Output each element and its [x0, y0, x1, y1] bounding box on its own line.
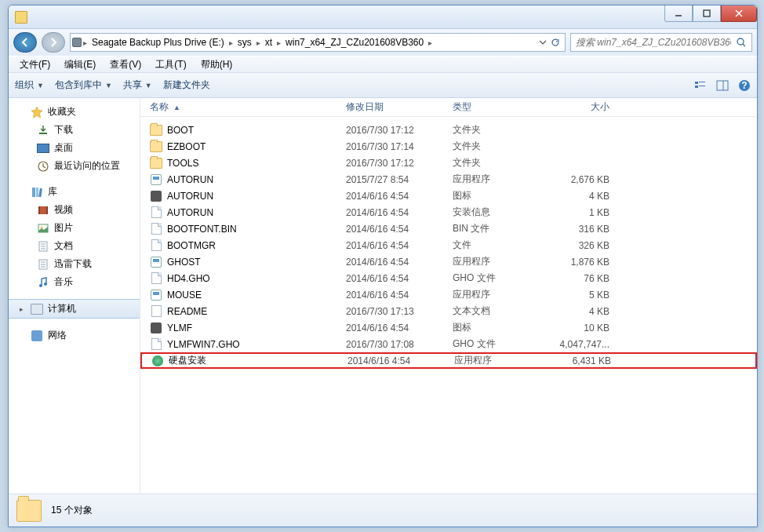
search-icon[interactable] — [736, 37, 747, 48]
file-type: 图标 — [453, 189, 539, 202]
file-row[interactable]: EZBOOT 2016/7/30 17:14 文件夹 — [140, 138, 757, 155]
view-options-icon[interactable] — [694, 79, 707, 92]
column-headers: 名称▲ 修改日期 类型 大小 — [140, 98, 757, 117]
sidebar-item[interactable]: 图片 — [9, 219, 140, 237]
file-row[interactable]: YLMFWIN7.GHO 2016/7/30 17:08 GHO 文件 4,04… — [140, 336, 757, 352]
folder-icon — [15, 11, 27, 24]
sidebar-item[interactable]: 音乐 — [9, 273, 140, 291]
chevron-down-icon[interactable] — [538, 38, 548, 47]
file-size: 1 KB — [539, 207, 625, 218]
breadcrumb-seg[interactable]: xt — [262, 37, 275, 48]
file-row[interactable]: GHOST 2014/6/16 4:54 应用程序 1,876 KB — [140, 253, 757, 270]
file-row[interactable]: BOOTFONT.BIN 2014/6/16 4:54 BIN 文件 316 K… — [140, 220, 757, 237]
chevron-down-icon: ▼ — [37, 82, 44, 89]
column-name[interactable]: 名称▲ — [150, 100, 346, 114]
file-date: 2014/6/16 4:54 — [346, 257, 453, 268]
chevron-down-icon: ▼ — [105, 82, 112, 89]
back-button[interactable] — [13, 32, 37, 53]
sidebar-item-label: 图片 — [54, 221, 73, 235]
address-bar[interactable]: ▸ Seagate Backup Plus Drive (E:) ▸ sys ▸… — [70, 33, 566, 52]
include-button[interactable]: 包含到库中▼ — [55, 78, 112, 92]
doc-icon — [37, 258, 49, 271]
svg-line-5 — [743, 44, 745, 46]
organize-button[interactable]: 组织▼ — [15, 78, 44, 92]
sidebar-computer[interactable]: ▸ 计算机 — [9, 299, 140, 319]
file-row[interactable]: 硬盘安装 2014/6/16 4:54 应用程序 6,431 KB — [140, 352, 757, 369]
column-date[interactable]: 修改日期 — [346, 100, 453, 114]
sidebar-item[interactable]: 桌面 — [9, 139, 140, 157]
preview-pane-icon[interactable] — [716, 79, 729, 92]
file-name: MOUSE — [167, 290, 202, 301]
close-button[interactable] — [721, 5, 757, 22]
titlebar[interactable] — [9, 5, 757, 29]
file-date: 2014/6/16 4:54 — [346, 273, 453, 284]
column-label: 类型 — [453, 101, 471, 112]
drive-icon — [72, 38, 82, 47]
breadcrumb-seg[interactable]: Seagate Backup Plus Drive (E:) — [89, 37, 227, 48]
search-box[interactable] — [570, 33, 752, 52]
file-name: YLMFWIN7.GHO — [167, 339, 240, 350]
sidebar-favorites-header[interactable]: 收藏夹 — [9, 103, 140, 121]
file-size: 316 KB — [539, 224, 625, 235]
file-row[interactable]: AUTORUN 2015/7/27 8:54 应用程序 2,676 KB — [140, 171, 757, 188]
breadcrumb-seg[interactable]: sys — [235, 37, 255, 48]
sidebar-network[interactable]: 网络 — [9, 326, 140, 344]
vid-icon — [37, 204, 49, 217]
file-row[interactable]: YLMF 2014/6/16 4:54 图标 10 KB — [140, 319, 757, 336]
toolbar-label: 组织 — [15, 78, 34, 92]
menu-file[interactable]: 文件(F) — [13, 56, 56, 73]
star-icon — [31, 106, 43, 118]
file-icon — [150, 338, 162, 351]
file-row[interactable]: README 2016/7/30 17:13 文本文档 4 KB — [140, 303, 757, 319]
explorer-window: ▸ Seagate Backup Plus Drive (E:) ▸ sys ▸… — [8, 5, 758, 527]
minimize-button[interactable] — [664, 5, 693, 22]
file-row[interactable]: BOOT 2016/7/30 17:12 文件夹 — [140, 122, 757, 138]
mus-icon — [37, 276, 49, 289]
file-row[interactable]: MOUSE 2014/6/16 4:54 应用程序 5 KB — [140, 286, 757, 303]
sidebar-item-label: 下载 — [54, 123, 73, 137]
file-name: BOOTFONT.BIN — [167, 224, 237, 235]
dl-icon — [37, 124, 49, 137]
file-size: 2,676 KB — [539, 174, 625, 185]
search-input[interactable] — [576, 37, 731, 48]
sidebar-item-label: 最近访问的位置 — [54, 159, 120, 173]
sidebar-libraries-header[interactable]: 库 — [9, 183, 140, 201]
refresh-icon[interactable] — [551, 38, 560, 47]
column-label: 大小 — [591, 101, 609, 112]
sidebar-item-label: 迅雷下载 — [54, 257, 92, 271]
file-size: 326 KB — [539, 240, 625, 251]
file-type: 安装信息 — [453, 206, 539, 219]
file-name: EZBOOT — [167, 141, 206, 152]
sidebar-item[interactable]: 文档 — [9, 237, 140, 255]
menu-view[interactable]: 查看(V) — [104, 56, 147, 73]
file-icon — [150, 239, 162, 252]
file-date: 2016/7/30 17:08 — [346, 339, 453, 350]
sidebar-item[interactable]: 最近访问的位置 — [9, 157, 140, 175]
column-type[interactable]: 类型 — [453, 100, 539, 114]
sidebar-item[interactable]: 视频 — [9, 201, 140, 219]
breadcrumb-seg[interactable]: win7_x64_ZJ_CZu201608VB360 — [282, 37, 427, 48]
menu-help[interactable]: 帮助(H) — [195, 56, 239, 73]
file-row[interactable]: AUTORUN 2014/6/16 4:54 安装信息 1 KB — [140, 204, 757, 220]
menu-tools[interactable]: 工具(T) — [149, 56, 192, 73]
file-date: 2016/7/30 17:12 — [346, 158, 453, 169]
doc-icon — [37, 240, 49, 253]
sidebar-item[interactable]: 下载 — [9, 121, 140, 139]
file-row[interactable]: TOOLS 2016/7/30 17:12 文件夹 — [140, 155, 757, 171]
chevron-right-icon: ▸ — [82, 38, 89, 47]
help-icon[interactable]: ? — [738, 79, 751, 92]
forward-button[interactable] — [42, 32, 65, 53]
file-row[interactable]: BOOTMGR 2014/6/16 4:54 文件 326 KB — [140, 237, 757, 253]
maximize-button[interactable] — [693, 5, 721, 22]
file-date: 2014/6/16 4:54 — [346, 224, 453, 235]
img-icon — [37, 222, 49, 235]
file-row[interactable]: AUTORUN 2014/6/16 4:54 图标 4 KB — [140, 188, 757, 204]
sidebar-item[interactable]: 迅雷下载 — [9, 255, 140, 273]
file-list-area: 名称▲ 修改日期 类型 大小 BOOT 2016/7/30 17:12 文件夹 … — [140, 98, 757, 494]
menu-edit[interactable]: 编辑(E) — [58, 56, 102, 73]
share-button[interactable]: 共享▼ — [123, 78, 152, 92]
newfolder-button[interactable]: 新建文件夹 — [163, 78, 210, 92]
file-name: HD4.GHO — [167, 273, 210, 284]
file-row[interactable]: HD4.GHO 2014/6/16 4:54 GHO 文件 76 KB — [140, 270, 757, 286]
column-size[interactable]: 大小 — [539, 100, 625, 114]
